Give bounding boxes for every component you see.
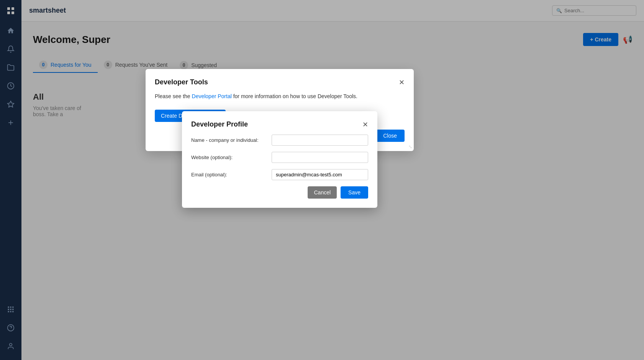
email-input[interactable]: [272, 169, 368, 180]
resize-handle[interactable]: ⤡: [408, 144, 412, 150]
website-form-row: Website (optional):: [191, 152, 368, 163]
developer-profile-close-button[interactable]: ✕: [362, 121, 368, 128]
email-form-row: Email (optional):: [191, 169, 368, 180]
developer-profile-title: Developer Profile: [191, 120, 248, 128]
developer-profile-modal-header: Developer Profile ✕: [191, 120, 368, 128]
developer-portal-link[interactable]: Developer Portal: [192, 93, 232, 99]
website-input[interactable]: [272, 152, 368, 163]
name-form-row: Name - company or individual:: [191, 135, 368, 146]
website-label: Website (optional):: [191, 155, 268, 160]
developer-profile-modal: Developer Profile ✕ Name - company or in…: [182, 111, 377, 208]
developer-tools-body: Please see the Developer Portal for more…: [155, 92, 405, 100]
name-label: Name - company or individual:: [191, 137, 268, 143]
developer-tools-desc-after: for more information on how to use Devel…: [232, 93, 357, 99]
name-input[interactable]: [272, 135, 368, 146]
developer-tools-title: Developer Tools: [155, 78, 208, 86]
developer-profile-footer: Cancel Save: [191, 186, 368, 199]
developer-tools-close-modal-button[interactable]: Close: [375, 130, 405, 142]
cancel-button[interactable]: Cancel: [308, 186, 337, 199]
email-label: Email (optional):: [191, 172, 268, 178]
developer-tools-close-button[interactable]: ✕: [399, 79, 405, 86]
save-button[interactable]: Save: [341, 186, 368, 199]
developer-tools-modal-header: Developer Tools ✕: [155, 78, 405, 86]
developer-tools-desc-before: Please see the: [155, 93, 192, 99]
developer-profile-form: Name - company or individual: Website (o…: [191, 135, 368, 180]
